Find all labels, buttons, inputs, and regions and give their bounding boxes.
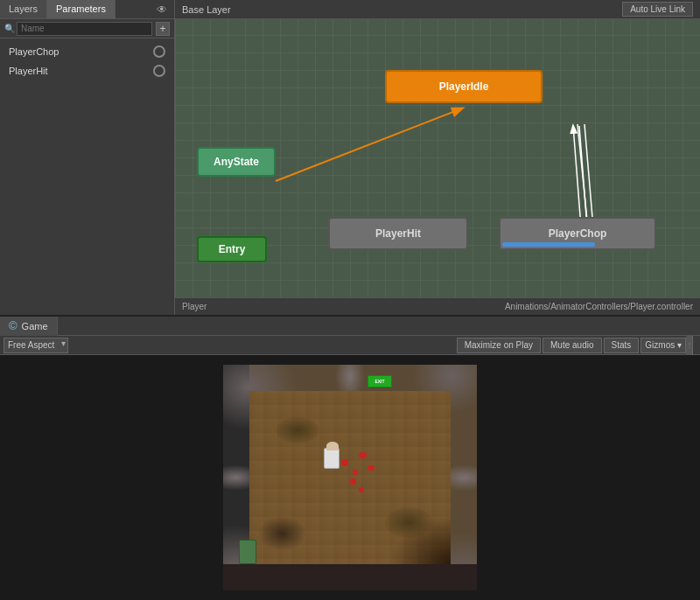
game-tab-bar: © Game bbox=[0, 317, 700, 336]
node-playerhit[interactable]: PlayerHit bbox=[328, 217, 468, 250]
tab-parameters[interactable]: Parameters bbox=[47, 0, 116, 18]
patch-1 bbox=[276, 417, 319, 443]
maximize-on-play-button[interactable]: Maximize on Play bbox=[457, 338, 541, 353]
search-bar: 🔍 + bbox=[0, 19, 174, 38]
bottom-dark-area bbox=[223, 564, 477, 590]
chop-progress-bar bbox=[502, 242, 595, 247]
red-blob-2 bbox=[353, 470, 358, 475]
aspect-wrapper: Free Aspect bbox=[4, 338, 68, 353]
red-blob-3 bbox=[359, 452, 367, 458]
breadcrumb: Base Layer bbox=[182, 4, 231, 15]
animator-header: Base Layer Auto Live Link bbox=[175, 0, 700, 19]
node-playeridle[interactable]: PlayerIdle bbox=[385, 70, 542, 103]
exit-sign: EXIT bbox=[368, 375, 392, 387]
add-param-button[interactable]: + bbox=[156, 22, 170, 36]
node-entry[interactable]: Entry bbox=[197, 236, 267, 262]
left-panel: Layers Parameters 👁 🔍 + PlayerChop Playe… bbox=[0, 0, 175, 315]
param-radio-playerhit[interactable] bbox=[153, 65, 165, 77]
eye-icon[interactable]: 👁 bbox=[150, 0, 174, 18]
red-blob-1 bbox=[341, 459, 348, 466]
param-label-playerchop: PlayerChop bbox=[9, 46, 59, 57]
param-radio-playerchop[interactable] bbox=[153, 45, 165, 58]
search-icon: 🔍 bbox=[4, 24, 15, 33]
player-character bbox=[324, 448, 340, 469]
node-playerchop[interactable]: PlayerChop bbox=[499, 217, 656, 250]
unity-icon: © bbox=[9, 319, 18, 332]
game-tab[interactable]: © Game bbox=[0, 317, 58, 336]
game-toolbar: Free Aspect Maximize on Play Mute audio … bbox=[0, 336, 700, 355]
animator-canvas[interactable]: Base Layer Auto Live Link bbox=[175, 0, 700, 315]
animator-window: Layers Parameters 👁 🔍 + PlayerChop Playe… bbox=[0, 0, 700, 315]
footer-player-label: Player bbox=[182, 302, 206, 311]
game-tab-label: Game bbox=[22, 321, 48, 331]
gizmos-chevron-icon: ▾ bbox=[677, 340, 682, 350]
param-list: PlayerChop PlayerHit bbox=[0, 38, 174, 315]
param-label-playerhit: PlayerHit bbox=[9, 66, 48, 76]
red-blob-5 bbox=[368, 465, 374, 471]
red-blob-4 bbox=[350, 478, 356, 485]
gizmos-button[interactable]: Gizmos ▾ bbox=[640, 338, 686, 353]
resize-handle[interactable]: ⋮ bbox=[686, 336, 693, 355]
mute-audio-button[interactable]: Mute audio bbox=[542, 338, 601, 353]
node-anystate[interactable]: AnyState bbox=[197, 147, 276, 177]
game-viewport: EXIT bbox=[0, 355, 700, 600]
red-blob-6 bbox=[359, 487, 364, 492]
auto-live-link-button[interactable]: Auto Live Link bbox=[622, 2, 693, 17]
search-input[interactable] bbox=[17, 22, 152, 36]
game-screen: EXIT bbox=[223, 365, 477, 590]
param-item-playerchop: PlayerChop bbox=[0, 42, 174, 61]
aspect-select[interactable]: Free Aspect bbox=[4, 338, 68, 353]
animator-footer: Player Animations/AnimatorControllers/Pl… bbox=[175, 297, 700, 315]
tab-layers[interactable]: Layers bbox=[0, 0, 47, 18]
ground-area bbox=[249, 391, 451, 564]
game-window: © Game Free Aspect Maximize on Play Mute… bbox=[0, 315, 700, 600]
patch-2 bbox=[385, 507, 433, 538]
svg-line-0 bbox=[276, 108, 462, 181]
character-2 bbox=[239, 540, 256, 564]
tab-bar: Layers Parameters 👁 bbox=[0, 0, 174, 19]
vine-decor-bl bbox=[258, 516, 306, 551]
stats-button[interactable]: Stats bbox=[604, 338, 640, 353]
param-item-playerhit: PlayerHit bbox=[0, 61, 174, 80]
footer-path-label: Animations/AnimatorControllers/Player.co… bbox=[505, 302, 693, 311]
